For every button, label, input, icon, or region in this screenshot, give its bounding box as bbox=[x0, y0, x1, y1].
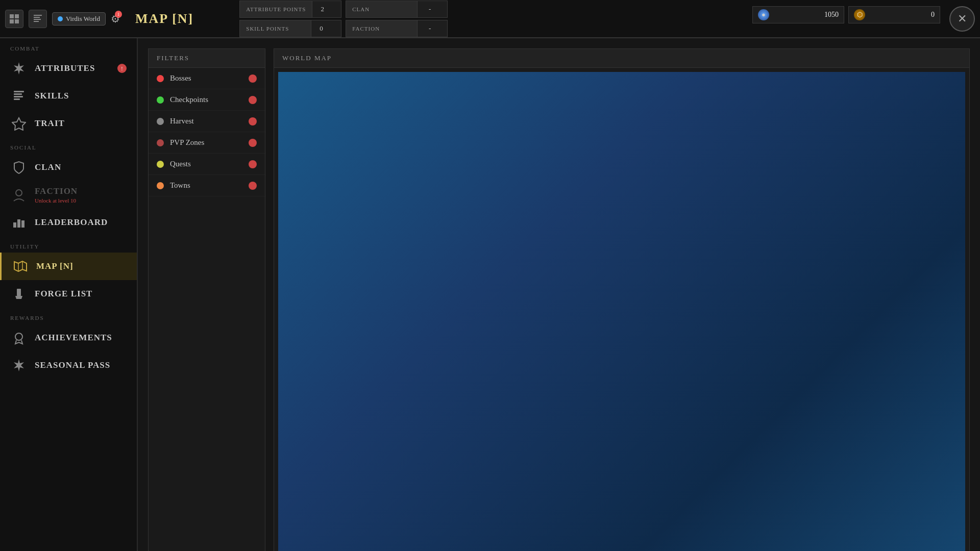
blue-currency-amount: 1050 bbox=[824, 11, 839, 19]
leaderboard-label: LEADERBOARD bbox=[35, 217, 108, 228]
map-container[interactable]: CARING VILLAGE FLORIAN VILLAGE STONEHAVE… bbox=[278, 72, 965, 551]
filter-pvp[interactable]: PVP Zones bbox=[149, 132, 265, 154]
seasonal-icon bbox=[10, 357, 28, 374]
rewards-section-label: REWARDS bbox=[0, 308, 137, 324]
faction-value: - bbox=[421, 24, 439, 33]
achievements-icon bbox=[10, 329, 28, 346]
top-bar-stats: ATTRIBUTE POINTS 2 SKILL POINTS 0 CLAN -… bbox=[239, 1, 448, 37]
attribute-points-value: 2 bbox=[312, 5, 332, 13]
svg-rect-11 bbox=[14, 98, 20, 100]
svg-rect-15 bbox=[21, 220, 24, 228]
settings-notif-badge: 1 bbox=[115, 11, 122, 18]
skill-points-value: 0 bbox=[311, 24, 331, 33]
attributes-notif-badge: ! bbox=[117, 64, 127, 73]
svg-rect-9 bbox=[14, 93, 22, 95]
clan-icon bbox=[10, 159, 28, 176]
sidebar-item-achievements[interactable]: ACHIEVEMENTS bbox=[0, 324, 137, 352]
content-area: FILTERS Bosses Checkpoints Harvest bbox=[138, 38, 980, 551]
sidebar-item-seasonal[interactable]: SEASONAL PASS bbox=[0, 352, 137, 379]
checkpoints-dot bbox=[157, 96, 164, 104]
map-icon bbox=[12, 258, 29, 275]
svg-rect-5 bbox=[34, 17, 40, 18]
svg-rect-4 bbox=[34, 15, 42, 16]
filter-towns[interactable]: Towns bbox=[149, 175, 265, 196]
faction-label: FACTION bbox=[346, 20, 418, 37]
blue-currency-box: ● 1050 bbox=[752, 6, 844, 23]
sidebar-item-map[interactable]: MAP [N] bbox=[0, 253, 137, 280]
sidebar-item-skills[interactable]: SKILLS bbox=[0, 82, 137, 110]
svg-rect-6 bbox=[34, 19, 41, 20]
sidebar-item-forgelist[interactable]: FORGE LIST bbox=[0, 280, 137, 308]
filters-panel: FILTERS Bosses Checkpoints Harvest bbox=[148, 48, 265, 551]
forgelist-icon bbox=[10, 285, 28, 303]
close-button[interactable]: ✕ bbox=[949, 6, 975, 32]
filters-header: FILTERS bbox=[149, 49, 265, 68]
gold-currency-icon: ⬡ bbox=[854, 9, 865, 20]
online-indicator bbox=[58, 16, 63, 21]
settings-button[interactable]: ⚙ 1 bbox=[111, 13, 120, 25]
svg-rect-2 bbox=[10, 19, 14, 23]
achievements-label: ACHIEVEMENTS bbox=[35, 333, 112, 343]
faction-unlock-text: Unlock at level 10 bbox=[35, 197, 78, 204]
skills-icon bbox=[10, 87, 28, 105]
map-label: MAP [N] bbox=[36, 261, 74, 271]
pvp-label: PVP Zones bbox=[170, 138, 242, 147]
bosses-dot bbox=[157, 75, 164, 82]
main-layout: COMBAT ATTRIBUTES ! SKILLS TRAIT SOCIAL bbox=[0, 38, 980, 551]
inventory-tab-icon[interactable] bbox=[5, 10, 23, 28]
clan-value: - bbox=[421, 5, 439, 13]
right-stats: CLAN - FACTION - bbox=[346, 1, 448, 37]
pvp-toggle[interactable] bbox=[249, 139, 257, 147]
svg-rect-3 bbox=[15, 19, 19, 23]
svg-rect-1 bbox=[15, 14, 19, 18]
sidebar-item-attributes[interactable]: ATTRIBUTES ! bbox=[0, 55, 137, 82]
sidebar-item-faction: FACTION Unlock at level 10 bbox=[0, 181, 137, 209]
faction-label: FACTION bbox=[35, 186, 78, 196]
towns-toggle[interactable] bbox=[249, 182, 257, 190]
svg-marker-16 bbox=[14, 261, 27, 271]
skills-label: SKILLS bbox=[35, 91, 69, 101]
clan-box: CLAN - bbox=[346, 1, 448, 18]
seasonal-label: SEASONAL PASS bbox=[35, 360, 110, 370]
water-background bbox=[278, 72, 965, 551]
svg-rect-19 bbox=[17, 289, 21, 296]
world-tab[interactable]: Virdis World bbox=[52, 12, 106, 26]
attributes-icon bbox=[10, 60, 28, 77]
map-svg[interactable]: CARING VILLAGE FLORIAN VILLAGE STONEHAVE… bbox=[278, 72, 965, 551]
faction-box: FACTION - bbox=[346, 20, 448, 37]
filter-harvest[interactable]: Harvest bbox=[149, 111, 265, 132]
sidebar-item-leaderboard[interactable]: LEADERBOARD bbox=[0, 209, 137, 236]
harvest-dot bbox=[157, 118, 164, 125]
filter-bosses[interactable]: Bosses bbox=[149, 68, 265, 89]
filter-quests[interactable]: Quests bbox=[149, 154, 265, 175]
blue-currency-icon: ● bbox=[758, 9, 769, 20]
quests-label: Quests bbox=[170, 160, 242, 168]
checkpoints-toggle[interactable] bbox=[249, 96, 257, 104]
svg-rect-8 bbox=[14, 91, 24, 92]
faction-icon bbox=[10, 186, 28, 204]
left-stats: ATTRIBUTE POINTS 2 SKILL POINTS 0 bbox=[239, 1, 341, 37]
filter-checkpoints[interactable]: Checkpoints bbox=[149, 89, 265, 111]
top-bar-left: Virdis World ⚙ 1 MAP [N] bbox=[5, 10, 193, 28]
world-name: Virdis World bbox=[66, 15, 100, 23]
svg-rect-14 bbox=[17, 219, 20, 228]
checkpoints-label: Checkpoints bbox=[170, 95, 242, 104]
towns-dot bbox=[157, 182, 164, 189]
harvest-label: Harvest bbox=[170, 117, 242, 126]
leaderboard-icon bbox=[10, 214, 28, 231]
sidebar-item-clan[interactable]: CLAN bbox=[0, 154, 137, 181]
svg-point-20 bbox=[15, 333, 22, 340]
sidebar-item-trait[interactable]: TRAIT bbox=[0, 110, 137, 137]
gold-currency-amount: 0 bbox=[931, 11, 935, 19]
combat-section-label: COMBAT bbox=[0, 38, 137, 55]
trait-label: TRAIT bbox=[35, 118, 65, 129]
quest-tab-icon[interactable] bbox=[29, 10, 47, 28]
harvest-toggle[interactable] bbox=[249, 117, 257, 126]
top-bar-currency: ● 1050 ⬡ 0 ✕ bbox=[752, 6, 975, 32]
trait-icon bbox=[10, 115, 28, 132]
forgelist-label: FORGE LIST bbox=[35, 289, 92, 299]
bosses-toggle[interactable] bbox=[249, 74, 257, 83]
svg-point-12 bbox=[16, 190, 22, 196]
map-panel: WORLD MAP bbox=[274, 48, 970, 551]
quests-toggle[interactable] bbox=[249, 160, 257, 168]
